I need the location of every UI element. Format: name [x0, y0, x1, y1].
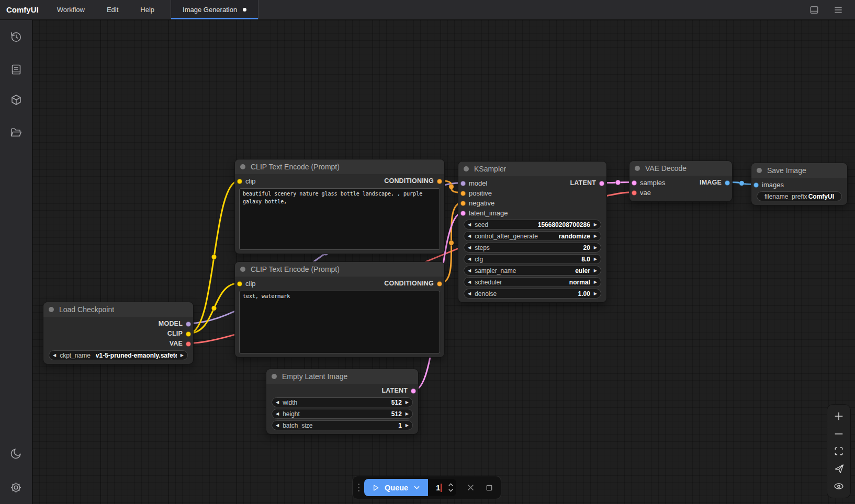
widget-scheduler[interactable]: ◀schedulernormal▶ [464, 277, 601, 287]
input-port-clip[interactable] [237, 281, 242, 287]
output-port-LATENT[interactable] [599, 181, 604, 186]
input-port-model[interactable] [460, 181, 466, 186]
node-collapse-dot-icon[interactable] [757, 168, 762, 173]
increment-arrow-icon[interactable]: ▶ [594, 234, 597, 238]
output-port-VAE[interactable] [186, 341, 191, 347]
widget-ckpt_name[interactable]: ◀ckpt_namev1-5-pruned-emaonly.safete...▶ [49, 350, 188, 360]
output-port-CONDITIONING[interactable] [437, 281, 442, 287]
menu-help[interactable]: Help [129, 0, 165, 19]
decrement-arrow-icon[interactable]: ◀ [468, 292, 471, 296]
zoom-in-icon[interactable] [831, 409, 847, 423]
input-port-negative[interactable] [460, 201, 466, 206]
increment-arrow-icon[interactable]: ▶ [594, 269, 597, 273]
node-collapse-dot-icon[interactable] [49, 307, 54, 312]
node-save_image[interactable]: Save Imageimagesfilename_prefixComfyUI [751, 163, 848, 205]
menu-edit[interactable]: Edit [96, 0, 129, 19]
workflow-tab[interactable]: Image Generation [171, 0, 258, 19]
widget-width[interactable]: ◀width512▶ [272, 397, 413, 407]
queue-icon[interactable] [6, 59, 27, 80]
fit-view-icon[interactable] [831, 444, 847, 458]
node-collapse-dot-icon[interactable] [240, 267, 245, 272]
widget-batch_size[interactable]: ◀batch_size1▶ [272, 420, 413, 430]
widget-filename_prefix[interactable]: filename_prefixComfyUI [757, 191, 842, 201]
input-port-latent_image[interactable] [460, 211, 466, 216]
node-header[interactable]: CLIP Text Encode (Prompt) [235, 159, 444, 174]
workflows-icon[interactable] [6, 122, 27, 143]
increment-arrow-icon[interactable]: ▶ [594, 292, 597, 296]
input-port-positive[interactable] [460, 191, 466, 196]
queue-button[interactable]: Queue [364, 479, 428, 496]
graph-canvas[interactable] [32, 20, 855, 504]
input-port-images[interactable] [753, 182, 759, 188]
theme-toggle-icon[interactable] [6, 443, 27, 464]
node-collapse-dot-icon[interactable] [272, 374, 277, 379]
widget-control_after_generate[interactable]: ◀control_after_generaterandomize▶ [464, 231, 601, 241]
widget-sampler_name[interactable]: ◀sampler_nameeuler▶ [464, 266, 601, 276]
node-collapse-dot-icon[interactable] [635, 166, 640, 171]
chevron-down-icon[interactable] [413, 484, 421, 491]
decrement-arrow-icon[interactable]: ◀ [468, 234, 471, 238]
node-load_checkpoint[interactable]: Load CheckpointMODELCLIPVAE◀ckpt_namev1-… [43, 302, 194, 364]
decrement-arrow-icon[interactable]: ◀ [276, 423, 279, 428]
widget-cfg[interactable]: ◀cfg8.0▶ [464, 254, 601, 264]
node-collapse-dot-icon[interactable] [464, 166, 469, 171]
output-port-LATENT[interactable] [411, 388, 416, 394]
prompt-textarea[interactable]: text, watermark [239, 291, 440, 353]
decrement-arrow-icon[interactable]: ◀ [468, 280, 471, 284]
panel-bottom-icon[interactable] [809, 5, 819, 15]
decrement-arrow-icon[interactable]: ◀ [53, 353, 56, 358]
output-port-MODEL[interactable] [186, 322, 191, 327]
pan-mode-icon[interactable] [831, 462, 847, 476]
prompt-textarea[interactable]: beautiful scenery nature glass bottle la… [239, 188, 440, 250]
widget-steps[interactable]: ◀steps20▶ [464, 243, 601, 253]
decrement-arrow-icon[interactable]: ◀ [468, 269, 471, 273]
widget-height[interactable]: ◀height512▶ [272, 409, 413, 419]
spinner-down-icon[interactable] [448, 488, 454, 492]
node-library-icon[interactable] [6, 89, 27, 110]
menu-workflow[interactable]: Workflow [46, 0, 96, 19]
decrement-arrow-icon[interactable]: ◀ [468, 223, 471, 227]
zoom-out-icon[interactable] [831, 427, 847, 441]
node-header[interactable]: Save Image [751, 163, 847, 178]
increment-arrow-icon[interactable]: ▶ [181, 353, 184, 358]
increment-arrow-icon[interactable]: ▶ [406, 400, 409, 405]
output-port-CONDITIONING[interactable] [437, 179, 442, 184]
stop-icon[interactable] [485, 484, 493, 492]
output-port-IMAGE[interactable] [725, 180, 730, 186]
node-vae_decode[interactable]: VAE DecodesamplesIMAGEvae [629, 161, 733, 202]
increment-arrow-icon[interactable]: ▶ [594, 257, 597, 261]
increment-arrow-icon[interactable]: ▶ [594, 280, 597, 284]
decrement-arrow-icon[interactable]: ◀ [276, 412, 279, 416]
increment-arrow-icon[interactable]: ▶ [406, 412, 409, 416]
node-header[interactable]: Load Checkpoint [43, 302, 193, 317]
increment-arrow-icon[interactable]: ▶ [594, 223, 597, 227]
output-port-CLIP[interactable] [186, 331, 191, 337]
input-port-vae[interactable] [632, 190, 637, 196]
node-clip_negative[interactable]: CLIP Text Encode (Prompt)clipCONDITIONIN… [234, 261, 445, 358]
increment-arrow-icon[interactable]: ▶ [406, 423, 409, 428]
drag-handle[interactable] [358, 484, 359, 491]
batch-count-input[interactable]: 1 [428, 479, 456, 496]
node-clip_positive[interactable]: CLIP Text Encode (Prompt)clipCONDITIONIN… [234, 159, 445, 254]
widget-denoise[interactable]: ◀denoise1.00▶ [464, 289, 601, 299]
widget-seed[interactable]: ◀seed156680208700286▶ [464, 220, 601, 230]
spinner-up-icon[interactable] [448, 483, 454, 487]
increment-arrow-icon[interactable]: ▶ [594, 246, 597, 250]
node-header[interactable]: KSampler [458, 162, 606, 176]
settings-icon[interactable] [6, 477, 27, 498]
history-icon[interactable] [6, 26, 27, 47]
decrement-arrow-icon[interactable]: ◀ [468, 257, 471, 261]
node-empty_latent[interactable]: Empty Latent ImageLATENT◀width512▶◀heigh… [266, 369, 419, 434]
input-port-samples[interactable] [632, 180, 637, 186]
node-header[interactable]: VAE Decode [629, 161, 732, 176]
node-collapse-dot-icon[interactable] [240, 164, 245, 169]
node-ksampler[interactable]: KSamplermodelLATENTpositivenegativelaten… [458, 161, 607, 303]
menu-icon[interactable] [833, 5, 843, 15]
node-header[interactable]: CLIP Text Encode (Prompt) [235, 262, 444, 277]
clear-queue-icon[interactable] [466, 483, 475, 492]
node-header[interactable]: Empty Latent Image [266, 369, 418, 384]
input-port-clip[interactable] [237, 179, 242, 184]
decrement-arrow-icon[interactable]: ◀ [276, 400, 279, 405]
decrement-arrow-icon[interactable]: ◀ [468, 246, 471, 250]
toggle-links-visibility-icon[interactable] [831, 479, 847, 493]
